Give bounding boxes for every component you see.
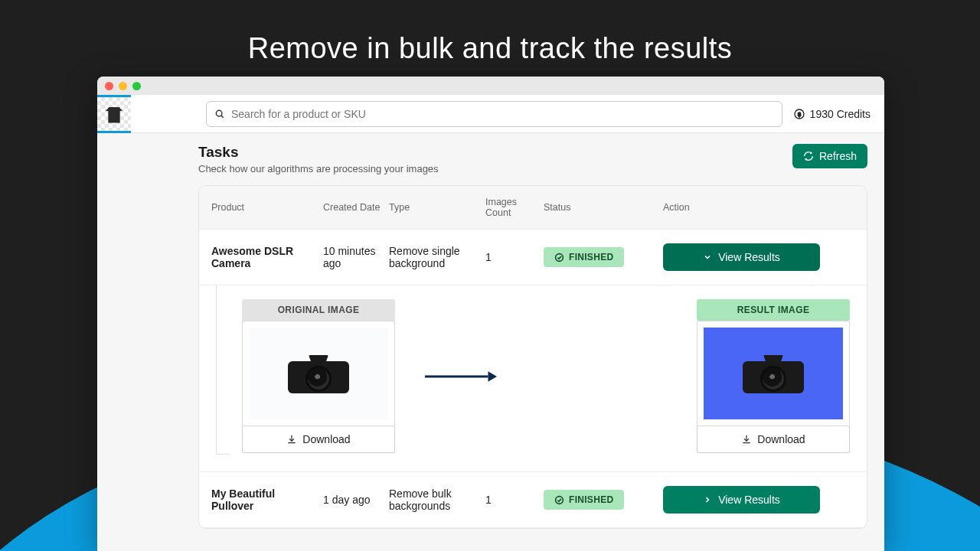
page-title: Tasks [198,144,439,161]
top-bar: $ 1930 Credits [97,95,884,133]
chevron-down-icon [703,253,712,262]
credits-label: 1930 Credits [810,108,871,120]
refresh-icon [803,151,814,161]
svg-point-0 [216,110,222,116]
original-image-card: ORIGINAL IMAGE Download [242,299,395,453]
check-icon [554,495,564,505]
window-minimize-dot[interactable] [119,82,127,90]
result-image-card: RESULT IMAGE Download [697,299,850,453]
status-badge: FINISHED [544,490,624,510]
cell-images-count: 1 [485,494,539,506]
task-expanded-panel: ORIGINAL IMAGE Download [199,285,867,472]
refresh-label: Refresh [819,150,857,162]
credits-icon: $ [793,108,805,120]
page-content: Tasks Check how our algorithms are proce… [97,133,884,551]
svg-marker-6 [488,371,497,381]
result-image-label: RESULT IMAGE [697,299,850,321]
credits-badge[interactable]: $ 1930 Credits [793,108,871,120]
camera-icon [288,354,349,393]
view-results-button[interactable]: View Results [663,486,820,514]
svg-line-1 [221,115,224,117]
cell-created: 10 minutes ago [323,245,384,269]
status-badge: FINISHED [544,247,624,267]
svg-text:$: $ [798,110,801,117]
download-icon [286,434,297,445]
download-result-button[interactable]: Download [697,426,850,453]
hero-title: Remove in bulk and track the results [0,32,980,65]
page-subtitle: Check how our algorithms are processing … [198,163,439,174]
result-image [704,328,843,419]
col-images: Images Count [485,197,539,218]
arrow-icon [418,369,502,384]
window-titlebar [97,77,884,95]
col-created: Created Date [323,202,384,213]
cell-created: 1 day ago [323,494,384,506]
cell-product: My Beautiful Pullover [211,487,318,512]
table-header: Product Created Date Type Images Count S… [199,186,867,230]
cell-product: Awesome DSLR Camera [211,245,318,269]
window-zoom-dot[interactable] [132,82,141,90]
search-field[interactable] [231,108,774,120]
app-logo [97,95,131,133]
camera-icon [743,354,804,393]
tasks-table: Product Created Date Type Images Count S… [198,185,867,529]
view-results-button[interactable]: View Results [663,243,820,271]
col-status: Status [544,202,658,213]
cell-type: Remove single background [389,245,481,269]
col-type: Type [389,202,481,213]
app-window: $ 1930 Credits Tasks Check how our algor… [97,77,884,551]
refresh-button[interactable]: Refresh [792,144,867,168]
cell-images-count: 1 [485,251,539,263]
window-close-dot[interactable] [105,82,113,90]
tshirt-icon [97,97,131,131]
table-row: Awesome DSLR Camera 10 minutes ago Remov… [199,230,867,285]
search-icon [214,109,225,119]
cell-type: Remove bulk backgrounds [389,487,481,512]
search-input[interactable] [206,101,782,127]
original-image-label: ORIGINAL IMAGE [242,299,395,321]
table-row: My Beautiful Pullover 1 day ago Remove b… [199,472,867,528]
download-original-button[interactable]: Download [242,426,395,453]
check-icon [554,253,564,262]
download-icon [741,434,752,445]
original-image [249,328,388,419]
chevron-right-icon [703,495,712,504]
col-action: Action [663,202,854,213]
col-product: Product [211,202,318,213]
